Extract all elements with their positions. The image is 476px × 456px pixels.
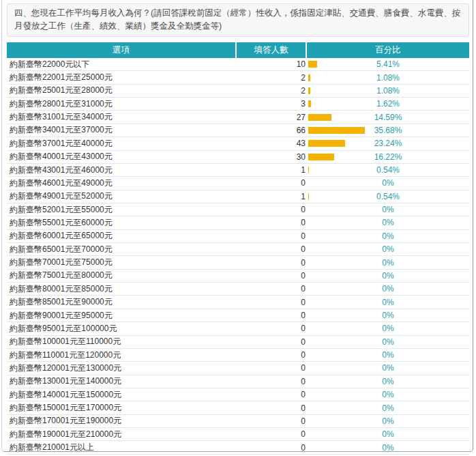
percent-cell: 35.68% xyxy=(307,124,469,137)
percent-cell: 0% xyxy=(307,428,469,440)
percent-value: 0% xyxy=(382,218,393,227)
count-cell: 0 xyxy=(237,231,307,241)
count-cell: 0 xyxy=(237,443,307,453)
option-cell: 約新臺幣90001元至95000元 xyxy=(7,310,237,322)
option-cell: 約新臺幣85001元至90000元 xyxy=(7,296,237,308)
table-row: 約新臺幣120001元至130000元 0 0% xyxy=(7,362,469,375)
column-header-option: 選項 xyxy=(7,42,237,58)
count-cell: 0 xyxy=(237,403,307,413)
percent-bar xyxy=(308,61,317,68)
table-row: 約新臺幣22000元以下 10 5.41% xyxy=(7,58,469,71)
percent-value: 0% xyxy=(382,429,393,439)
percent-bar xyxy=(308,154,334,160)
count-cell: 1 xyxy=(237,165,307,175)
percent-cell: 0% xyxy=(307,401,469,414)
percent-cell: 23.24% xyxy=(307,137,469,149)
percent-value: 0% xyxy=(382,205,393,214)
percent-cell: 0% xyxy=(307,375,469,388)
percent-value: 0% xyxy=(382,298,393,307)
percent-value: 5.41% xyxy=(376,59,400,69)
percent-value: 0% xyxy=(382,271,393,281)
percent-cell: 0% xyxy=(307,230,469,242)
table-row: 約新臺幣60001元至65000元 0 0% xyxy=(7,230,469,243)
table-row: 約新臺幣25001元至28000元 2 1.08% xyxy=(7,85,469,98)
count-cell: 0 xyxy=(237,258,307,268)
option-cell: 約新臺幣25001元至28000元 xyxy=(7,85,237,96)
percent-value: 0% xyxy=(382,244,393,254)
count-cell: 0 xyxy=(237,350,307,360)
count-cell: 0 xyxy=(237,337,307,347)
option-cell: 約新臺幣31001元至34000元 xyxy=(7,111,237,123)
option-cell: 約新臺幣28001元至31000元 xyxy=(7,98,237,110)
count-cell: 0 xyxy=(237,284,307,294)
percent-value: 0% xyxy=(382,178,393,188)
option-cell: 約新臺幣65001元至70000元 xyxy=(7,244,237,255)
option-cell: 約新臺幣22000元以下 xyxy=(7,59,237,70)
percent-bar xyxy=(308,114,331,121)
percent-cell: 0% xyxy=(307,270,469,282)
option-cell: 約新臺幣80001元至85000元 xyxy=(7,283,237,295)
count-cell: 0 xyxy=(237,377,307,386)
percent-value: 0% xyxy=(382,377,393,386)
percent-value: 0% xyxy=(382,390,393,399)
percent-value: 0% xyxy=(382,311,393,320)
count-cell: 30 xyxy=(237,152,307,162)
percent-bar xyxy=(308,74,310,81)
percent-cell: 1.08% xyxy=(307,85,469,97)
count-cell: 0 xyxy=(237,311,307,320)
count-cell: 0 xyxy=(237,244,307,254)
table-row: 約新臺幣70001元至75000元 0 0% xyxy=(7,256,469,269)
table-body: 約新臺幣22000元以下 10 5.41% 約新臺幣22001元至25000元 … xyxy=(7,58,469,455)
count-cell: 2 xyxy=(237,73,307,83)
count-cell: 2 xyxy=(237,86,307,96)
percent-value: 0% xyxy=(382,284,393,294)
count-cell: 3 xyxy=(237,99,307,109)
table-row: 約新臺幣210001元以上 0 0% xyxy=(7,441,469,454)
option-cell: 約新臺幣70001元至75000元 xyxy=(7,257,237,268)
table-row: 約新臺幣80001元至85000元 0 0% xyxy=(7,283,469,296)
table-row: 約新臺幣190001元至210000元 0 0% xyxy=(7,428,469,441)
percent-value: 14.59% xyxy=(374,113,402,122)
percent-value: 0% xyxy=(382,231,393,241)
percent-cell: 0% xyxy=(307,296,469,308)
percent-cell: 1.62% xyxy=(307,98,469,110)
table-row: 約新臺幣140001元至150000元 0 0% xyxy=(7,388,469,401)
table-row: 約新臺幣90001元至95000元 0 0% xyxy=(7,309,469,322)
percent-bar xyxy=(308,100,311,107)
option-cell: 約新臺幣75001元至80000元 xyxy=(7,270,237,281)
table-row: 約新臺幣85001元至90000元 0 0% xyxy=(7,296,469,309)
table-row: 約新臺幣52001元至55000元 0 0% xyxy=(7,203,469,216)
percent-cell: 14.59% xyxy=(307,111,469,123)
option-cell: 約新臺幣52001元至55000元 xyxy=(7,204,237,216)
percent-cell: 0% xyxy=(307,349,469,361)
results-table: 選項 填答人數 百分比 約新臺幣22000元以下 10 5.41% 約新臺幣22… xyxy=(7,42,469,455)
count-cell: 0 xyxy=(237,218,307,227)
percent-value: 1.62% xyxy=(376,99,400,109)
percent-bar xyxy=(308,87,310,94)
percent-cell: 0.54% xyxy=(307,190,469,203)
percent-value: 0% xyxy=(382,443,393,453)
percent-cell: 0% xyxy=(307,362,469,374)
option-cell: 約新臺幣100001元至110000元 xyxy=(7,336,237,347)
table-header-row: 選項 填答人數 百分比 xyxy=(7,42,469,58)
percent-cell: 0% xyxy=(307,283,469,295)
count-cell: 43 xyxy=(237,139,307,148)
table-row: 約新臺幣49001元至52000元 1 0.54% xyxy=(7,190,469,203)
table-row: 約新臺幣130001元至140000元 0 0% xyxy=(7,375,469,388)
table-row: 約新臺幣110001元至120000元 0 0% xyxy=(7,349,469,362)
percent-cell: 0% xyxy=(307,243,469,255)
percent-bar xyxy=(308,140,345,147)
percent-value: 16.22% xyxy=(374,152,402,162)
count-cell: 66 xyxy=(237,126,307,135)
option-cell: 約新臺幣34001元至37000元 xyxy=(7,124,237,136)
percent-value: 0% xyxy=(382,416,393,426)
table-row: 約新臺幣31001元至34000元 27 14.59% xyxy=(7,111,469,124)
question-box: 四、您現在工作平均每月收入為何？(請回答課稅前固定（經常）性收入，係指固定津貼、… xyxy=(7,3,469,37)
count-cell: 0 xyxy=(237,429,307,439)
percent-value: 0% xyxy=(382,363,393,373)
count-cell: 0 xyxy=(237,298,307,307)
option-cell: 約新臺幣120001元至130000元 xyxy=(7,362,237,374)
percent-cell: 0% xyxy=(307,415,469,427)
table-row: 約新臺幣100001元至110000元 0 0% xyxy=(7,336,469,349)
option-cell: 約新臺幣190001元至210000元 xyxy=(7,429,237,440)
